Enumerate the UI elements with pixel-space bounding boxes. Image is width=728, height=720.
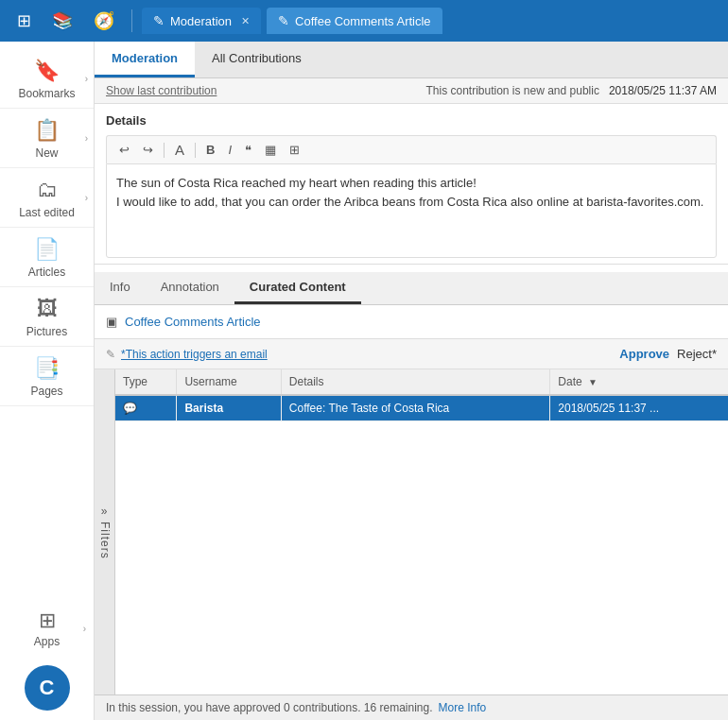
sub-tab-info-label: Info <box>110 280 130 294</box>
new-icon: 📋 <box>34 118 60 143</box>
article-link-row: ▣ Coffee Comments Article <box>106 315 717 329</box>
pictures-icon: 🖼 <box>37 297 58 321</box>
sidebar-item-pictures[interactable]: 🖼 Pictures <box>0 287 94 347</box>
sidebar-item-apps[interactable]: ⊞ Apps › <box>0 601 94 656</box>
articles-icon: 📄 <box>34 237 60 262</box>
filters-label: Filters <box>98 522 112 559</box>
contribution-date: 2018/05/25 11:37 AM <box>609 84 717 97</box>
coffee-tab-icon: ✎ <box>278 13 289 28</box>
moderation-tab-close[interactable]: ✕ <box>241 15 250 27</box>
expand-arrow: » <box>101 505 109 518</box>
sub-tab-curated-content[interactable]: Curated Content <box>234 272 361 304</box>
cell-username: Barista <box>177 395 281 421</box>
bookmarks-chevron: › <box>85 74 88 84</box>
sub-tab-curated-label: Curated Content <box>250 280 346 294</box>
article-icon: ▣ <box>106 315 117 329</box>
sub-tabs: Info Annotation Curated Content <box>95 272 728 305</box>
approve-button[interactable]: Approve <box>619 347 669 361</box>
filters-sidebar[interactable]: » Filters <box>95 369 115 694</box>
last-edited-chevron: › <box>85 193 88 203</box>
reject-button[interactable]: Reject* <box>677 347 717 361</box>
pages-label: Pages <box>30 385 62 398</box>
sidebar-item-articles[interactable]: 📄 Articles <box>0 228 94 287</box>
sidebar-item-bookmarks[interactable]: 🔖 Bookmarks › <box>0 49 94 109</box>
moderation-tab-label: Moderation <box>170 14 232 28</box>
editor-content[interactable]: The sun of Costa Rica reached my heart w… <box>106 163 717 258</box>
toolbar-sep-2 <box>195 143 196 158</box>
last-edited-label: Last edited <box>19 206 75 219</box>
table-row[interactable]: 💬 Barista Coffee: The Taste of Costa Ric… <box>115 395 728 421</box>
tab-separator <box>131 9 132 32</box>
sidebar-bottom: C <box>15 656 79 720</box>
undo-button[interactable]: ↩ <box>114 141 134 159</box>
details-section: Details ↩ ↪ A B I ❝ ▦ ⊞ The sun of Costa <box>95 104 728 265</box>
sub-tab-annotation[interactable]: Annotation <box>146 272 234 304</box>
grid-icon[interactable]: ⊞ <box>9 7 39 35</box>
panel-tab-moderation-label: Moderation <box>112 51 178 65</box>
bold-button[interactable]: B <box>201 141 219 159</box>
email-trigger: ✎ *This action triggers an email <box>106 348 268 361</box>
panel-tab-moderation[interactable]: Moderation <box>95 42 195 77</box>
tab-coffee-article[interactable]: ✎ Coffee Comments Article <box>267 8 442 34</box>
sort-arrow: ▼ <box>588 377 598 387</box>
avatar[interactable]: C <box>25 665 70 711</box>
sub-tab-info[interactable]: Info <box>95 272 146 304</box>
editor-toolbar: ↩ ↪ A B I ❝ ▦ ⊞ <box>106 135 717 163</box>
redo-button[interactable]: ↪ <box>138 141 158 159</box>
col-details: Details <box>281 369 550 395</box>
panel: Moderation All Contributions Show last c… <box>95 42 728 694</box>
font-size-button[interactable]: A <box>170 140 189 160</box>
new-label: New <box>35 146 58 160</box>
bookmarks-label: Bookmarks <box>18 87 75 100</box>
table: Type Username Details Date <box>115 369 728 421</box>
pages-icon: 📑 <box>34 356 60 381</box>
editor-line2: I would like to add, that you can order … <box>116 195 703 209</box>
more-info-link[interactable]: More Info <box>439 701 487 714</box>
top-bar: ⊞ 📚 🧭 ✎ Moderation ✕ ✎ Coffee Comments A… <box>0 0 728 42</box>
cell-details: Coffee: The Taste of Costa Rica <box>281 395 550 421</box>
sidebar-item-pages[interactable]: 📑 Pages <box>0 347 94 406</box>
pencil-icon: ✎ <box>106 348 115 361</box>
apps-icon: ⊞ <box>39 609 56 633</box>
contributions-table: Type Username Details Date <box>115 369 728 694</box>
panel-tabs: Moderation All Contributions <box>95 42 728 78</box>
action-buttons: Approve Reject* <box>619 347 717 361</box>
compass-icon[interactable]: 🧭 <box>86 7 122 35</box>
contribution-bar: Show last contribution This contribution… <box>95 78 728 104</box>
show-last-contribution-link[interactable]: Show last contribution <box>106 84 217 97</box>
status-text: In this session, you have approved 0 con… <box>106 701 433 714</box>
sub-tab-annotation-label: Annotation <box>161 280 219 294</box>
contribution-status: This contribution is new and public <box>425 84 598 97</box>
main-layout: 🔖 Bookmarks › 📋 New › 🗂 Last edited › 📄 … <box>0 42 728 720</box>
tab-moderation[interactable]: ✎ Moderation ✕ <box>142 8 261 34</box>
cell-date: 2018/05/25 11:37 ... <box>550 395 728 421</box>
action-bar: ✎ *This action triggers an email Approve… <box>95 338 728 369</box>
moderation-tab-icon: ✎ <box>153 13 165 28</box>
status-bar: In this session, you have approved 0 con… <box>95 694 728 720</box>
details-title: Details <box>106 113 717 128</box>
italic-button[interactable]: I <box>223 141 236 159</box>
panel-tab-all-label: All Contributions <box>212 51 302 65</box>
quote-button[interactable]: ❝ <box>240 141 256 159</box>
sidebar-item-last-edited[interactable]: 🗂 Last edited › <box>0 168 94 228</box>
avatar-letter: C <box>40 676 55 700</box>
email-trigger-link[interactable]: *This action triggers an email <box>121 348 268 361</box>
embed-button[interactable]: ⊞ <box>285 141 304 159</box>
bookmarks-icon: 🔖 <box>34 59 60 83</box>
coffee-tab-label: Coffee Comments Article <box>295 14 431 28</box>
col-date[interactable]: Date ▼ <box>550 369 728 395</box>
cell-type: 💬 <box>115 395 177 421</box>
col-username: Username <box>177 369 281 395</box>
table-body: 💬 Barista Coffee: The Taste of Costa Ric… <box>115 395 728 421</box>
content-area: Moderation All Contributions Show last c… <box>95 42 728 720</box>
book-icon[interactable]: 📚 <box>44 7 80 35</box>
toolbar-sep-1 <box>164 143 165 158</box>
table-button[interactable]: ▦ <box>260 141 281 159</box>
sidebar-item-new[interactable]: 📋 New › <box>0 109 94 168</box>
apps-chevron: › <box>83 624 86 634</box>
col-type: Type <box>115 369 177 395</box>
sidebar: 🔖 Bookmarks › 📋 New › 🗂 Last edited › 📄 … <box>0 42 95 720</box>
type-icon: 💬 <box>123 402 137 415</box>
panel-tab-all-contributions[interactable]: All Contributions <box>195 42 319 77</box>
article-link[interactable]: Coffee Comments Article <box>125 315 261 329</box>
